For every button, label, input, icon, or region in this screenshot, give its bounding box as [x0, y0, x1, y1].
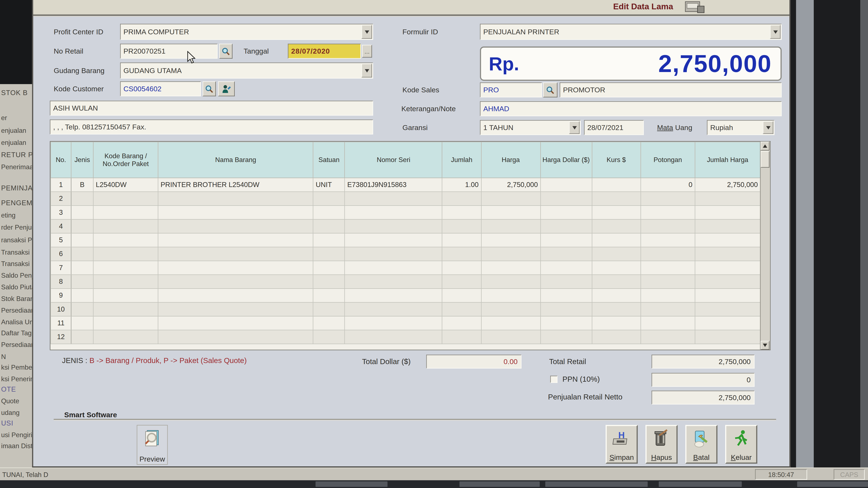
sidebar-item[interactable]: ksi Penerimaa	[1, 375, 32, 383]
grid-cell[interactable]	[313, 192, 345, 205]
grid-cell[interactable]	[71, 261, 93, 275]
grid-cell[interactable]	[592, 247, 641, 261]
grid-cell[interactable]	[592, 233, 641, 247]
grid-cell[interactable]	[158, 289, 313, 302]
taskbar-button[interactable]	[315, 482, 388, 487]
total-retail-field[interactable]: 2,750,000	[652, 355, 755, 368]
jumlah-cell[interactable]: 1.00	[442, 178, 481, 192]
row-number-cell[interactable]: 5	[51, 233, 71, 247]
sidebar-item[interactable]: Saldo Penju	[1, 272, 32, 280]
grid-cell[interactable]	[592, 220, 641, 233]
grid-cell[interactable]	[641, 289, 695, 302]
grid-cell[interactable]	[695, 289, 761, 302]
sidebar-item[interactable]: Transaksi Ri	[1, 249, 32, 256]
grid-cell[interactable]	[481, 261, 540, 275]
col-header-dollar[interactable]: Harga Dollar ($)	[540, 142, 592, 178]
grid-cell[interactable]	[695, 275, 761, 289]
grid-cell[interactable]	[592, 275, 641, 289]
vertical-scrollbar[interactable]	[760, 142, 770, 350]
grid-cell[interactable]	[442, 261, 481, 275]
grid-cell[interactable]	[313, 330, 345, 344]
taskbar-button[interactable]	[545, 482, 648, 487]
grid-cell[interactable]	[481, 316, 540, 330]
taskbar-button[interactable]	[797, 482, 868, 487]
col-header-no[interactable]: No.	[51, 142, 71, 178]
grid-cell[interactable]	[592, 302, 641, 316]
taskbar-button[interactable]	[459, 482, 540, 487]
grid-cell[interactable]	[540, 289, 592, 302]
col-header-jumlah-harga[interactable]: Jumlah Harga	[695, 142, 761, 178]
row-number-cell[interactable]: 9	[51, 289, 71, 302]
chevron-down-icon[interactable]	[362, 64, 372, 77]
keterangan-input[interactable]: AHMAD	[480, 101, 782, 116]
sidebar-item[interactable]: Penerimaa	[1, 163, 32, 171]
grid-cell[interactable]	[641, 220, 695, 233]
no-retail-input[interactable]: PR20070251	[120, 44, 218, 59]
grid-cell[interactable]	[158, 302, 313, 316]
hapus-button[interactable]: Hapus	[646, 425, 678, 464]
sidebar-item[interactable]: Persediaan B	[1, 306, 32, 314]
row-number-cell[interactable]: 11	[51, 316, 71, 330]
grid-cell[interactable]	[313, 316, 345, 330]
grid-cell[interactable]	[158, 316, 313, 330]
garansi-until-field[interactable]: 28/07/2021	[584, 120, 644, 135]
grid-cell[interactable]	[540, 302, 592, 316]
chevron-down-icon[interactable]	[770, 25, 781, 39]
sidebar-item[interactable]: PENGEMB	[1, 199, 32, 207]
sidebar-item[interactable]: Saldo Piutar	[1, 283, 32, 291]
grid-cell[interactable]	[313, 205, 345, 219]
chevron-down-icon[interactable]	[569, 121, 580, 134]
grid-cell[interactable]	[442, 192, 481, 205]
nomor-seri-cell[interactable]: E73801J9N915863	[345, 178, 442, 192]
sidebar-item[interactable]: N	[1, 353, 6, 361]
grid-cell[interactable]	[442, 302, 481, 316]
sidebar-item[interactable]: Transaksi Pe	[1, 260, 32, 268]
sidebar-item[interactable]: usi Pengiriman	[1, 431, 32, 439]
grid-cell[interactable]	[93, 247, 158, 261]
grid-cell[interactable]	[345, 330, 442, 344]
grid-cell[interactable]	[93, 275, 158, 289]
nama-cell[interactable]: PRINTER BROTHER L2540DW	[158, 178, 313, 192]
grid-cell[interactable]	[345, 247, 442, 261]
grid-cell[interactable]	[540, 316, 592, 330]
kode-sales-input[interactable]: PRO	[480, 83, 542, 97]
col-header-kurs[interactable]: Kurs $	[592, 142, 641, 178]
col-header-nama[interactable]: Nama Barang	[158, 142, 313, 178]
grid-cell[interactable]	[93, 330, 158, 344]
grid-cell[interactable]	[540, 261, 592, 275]
grid-cell[interactable]	[540, 275, 592, 289]
grid-cell[interactable]	[71, 192, 93, 205]
grid-cell[interactable]	[540, 247, 592, 261]
grid-cell[interactable]	[592, 261, 641, 275]
sales-search-button[interactable]	[543, 83, 558, 97]
grid-cell[interactable]	[641, 247, 695, 261]
grid-cell[interactable]	[695, 330, 761, 344]
grid-cell[interactable]	[442, 275, 481, 289]
grid-cell[interactable]	[71, 330, 93, 344]
grid-cell[interactable]	[641, 261, 695, 275]
formulir-combobox[interactable]: PENJUALAN PRINTER	[480, 24, 782, 40]
grid-cell[interactable]	[93, 261, 158, 275]
grid-cell[interactable]	[313, 220, 345, 233]
grid-cell[interactable]	[695, 220, 761, 233]
sidebar-item[interactable]: enjualan	[1, 139, 26, 147]
harga-cell[interactable]: 2,750,000	[481, 178, 540, 192]
sidebar-item[interactable]: er	[1, 114, 7, 122]
grid-cell[interactable]	[641, 192, 695, 205]
sidebar-item[interactable]: imaan Distribus	[1, 442, 32, 450]
sidebar-item[interactable]: Persediaan B	[1, 341, 32, 349]
grid-cell[interactable]	[695, 192, 761, 205]
grid-cell[interactable]	[345, 316, 442, 330]
grid-cell[interactable]	[313, 261, 345, 275]
ppn-checkbox[interactable]	[550, 376, 558, 383]
grid-cell[interactable]	[71, 302, 93, 316]
sidebar-item[interactable]: ksi Pembelian	[1, 363, 32, 371]
grid-cell[interactable]	[481, 205, 540, 219]
grid-cell[interactable]	[158, 192, 313, 205]
grid-cell[interactable]	[93, 220, 158, 233]
grid-cell[interactable]	[93, 302, 158, 316]
sidebar-item[interactable]: STOK B	[1, 89, 28, 97]
kurs-cell[interactable]	[592, 178, 641, 192]
grid-cell[interactable]	[158, 233, 313, 247]
sidebar-item[interactable]: Stok Barang	[1, 295, 32, 303]
